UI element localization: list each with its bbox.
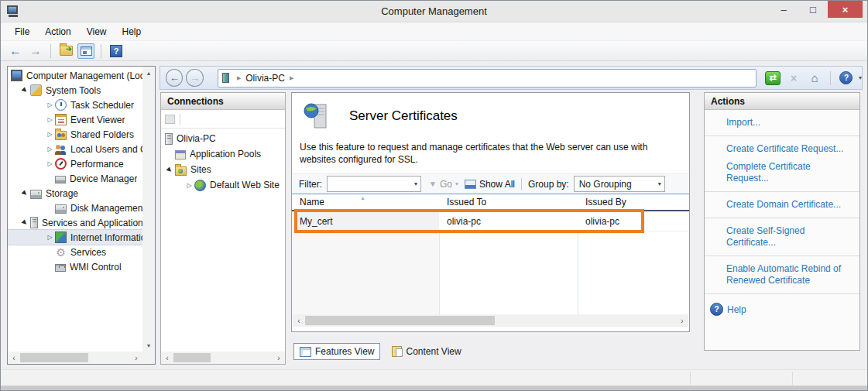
collapsed-expander-icon[interactable]: ▷ xyxy=(45,101,55,108)
action-create-certificate-request[interactable]: Create Certificate Request... xyxy=(705,140,859,158)
scrollbar-thumb[interactable] xyxy=(20,353,88,362)
tree-vertical-scrollbar[interactable]: ▲ ▼ xyxy=(142,67,155,352)
refresh-button[interactable]: ⇄ xyxy=(764,70,781,86)
scroll-up-icon[interactable]: ▲ xyxy=(142,67,155,79)
collapsed-expander-icon[interactable]: ▷ xyxy=(45,146,55,153)
back-button[interactable]: ← xyxy=(7,43,24,59)
action-help[interactable]: Help xyxy=(727,304,746,315)
breadcrumb-separator-icon: ▶ xyxy=(290,75,293,81)
server-icon xyxy=(165,133,173,145)
tab-content-view[interactable]: Content View xyxy=(386,344,466,359)
scroll-right-icon[interactable]: › xyxy=(130,352,142,364)
column-header-issued-to[interactable]: Issued To xyxy=(439,194,578,210)
column-header-name[interactable]: Name xyxy=(292,194,439,210)
task-scheduler-icon xyxy=(55,99,67,111)
expanded-expander-icon[interactable]: ▶ xyxy=(20,190,30,197)
scroll-left-icon[interactable]: ‹ xyxy=(293,314,305,327)
tree-item-default-web-site[interactable]: ▷ Default Web Site xyxy=(161,177,285,193)
tree-item-storage[interactable]: ▶ Storage xyxy=(8,186,142,201)
home-button[interactable]: ⌂ xyxy=(806,70,823,86)
web-site-globe-icon xyxy=(194,180,206,191)
tree-item-olivia-pc[interactable]: Olivia-PC xyxy=(161,131,285,146)
iis-back-button[interactable]: ← xyxy=(166,69,183,87)
chevron-down-icon[interactable]: ▾ xyxy=(658,180,661,187)
collapsed-expander-icon[interactable]: ▷ xyxy=(45,131,55,138)
show-all-button[interactable]: Show All xyxy=(479,179,515,190)
go-dropdown-icon[interactable]: ▾ xyxy=(455,180,458,187)
save-connection-icon[interactable] xyxy=(165,115,175,124)
action-create-domain-certificate[interactable]: Create Domain Certificate... xyxy=(705,196,859,214)
action-import[interactable]: Import... xyxy=(705,114,859,132)
minimize-button[interactable]: – xyxy=(769,1,798,18)
tree-item-performance[interactable]: ▷ Performance xyxy=(8,156,142,171)
tree-item-task-scheduler[interactable]: ▷ Task Scheduler xyxy=(8,98,142,112)
tree-item-system-tools[interactable]: ▶ System Tools xyxy=(8,83,142,98)
close-button[interactable]: × xyxy=(828,1,863,18)
tree-item-event-viewer[interactable]: ▷ Event Viewer xyxy=(8,112,142,127)
column-gridline xyxy=(439,232,440,321)
scrollbar-thumb[interactable] xyxy=(173,353,211,362)
scroll-left-icon[interactable]: ‹ xyxy=(8,352,20,364)
console-tree-panel: Computer Management (Local ▶ System Tool… xyxy=(7,66,156,365)
expanded-expander-icon[interactable]: ▶ xyxy=(20,87,30,94)
tree-item-sites[interactable]: ▶ Sites xyxy=(161,162,285,177)
collapsed-expander-icon[interactable]: ▷ xyxy=(45,234,55,241)
tree-item-application-pools[interactable]: Application Pools xyxy=(161,146,285,162)
help-dropdown-icon[interactable]: ▾ xyxy=(859,74,862,81)
menu-view[interactable]: View xyxy=(79,24,115,39)
filter-combobox[interactable]: ▾ xyxy=(327,176,421,192)
tree-item-local-users-and-groups[interactable]: ▷ Local Users and Groups xyxy=(8,142,142,156)
tree-item-device-manager[interactable]: Device Manager xyxy=(8,171,142,186)
collapsed-expander-icon[interactable]: ▷ xyxy=(45,116,55,123)
breadcrumb[interactable]: Olivia-PC xyxy=(245,73,285,84)
maximize-button[interactable]: □ xyxy=(798,1,828,18)
scroll-right-icon[interactable]: › xyxy=(273,352,285,364)
title-bar[interactable]: Computer Management – □ × xyxy=(1,1,867,22)
tree-item-shared-folders[interactable]: ▷ Shared Folders xyxy=(8,127,142,142)
action-complete-certificate-request[interactable]: Complete Certificate Request... xyxy=(705,158,859,187)
iis-help-button[interactable]: ? xyxy=(838,70,855,86)
table-row[interactable]: My_cert olivia-pc olivia-pc xyxy=(292,211,689,232)
scroll-right-icon[interactable]: › xyxy=(676,314,688,327)
menu-action[interactable]: Action xyxy=(37,24,78,39)
scroll-left-icon[interactable]: ‹ xyxy=(161,352,173,364)
action-enable-automatic-rebind[interactable]: Enable Automatic Rebind of Renewed Certi… xyxy=(705,260,848,290)
collapsed-expander-icon[interactable]: ▷ xyxy=(184,182,194,189)
menu-help[interactable]: Help xyxy=(115,24,149,39)
stop-button[interactable]: × xyxy=(785,70,802,86)
address-breadcrumb-input[interactable]: ▶ Olivia-PC ▶ xyxy=(218,69,756,87)
scroll-down-icon[interactable]: ▼ xyxy=(142,339,155,352)
tab-features-view[interactable]: Features View xyxy=(293,343,380,360)
tree-item-services[interactable]: ⚙ Services xyxy=(8,245,142,259)
sort-ascending-icon: ▲ xyxy=(360,195,365,201)
filter-toolbar: Filter: ▾ ▼ Go ▾ Show All Group by: No G… xyxy=(292,173,689,194)
actions-header: Actions xyxy=(705,93,859,110)
help-button[interactable]: ? xyxy=(108,43,125,59)
application-pools-icon xyxy=(175,150,186,159)
tree-item-computer-management[interactable]: Computer Management (Local xyxy=(8,68,142,83)
tree-item-services-and-applications[interactable]: ▶ Services and Applications xyxy=(8,215,142,230)
column-header-issued-by[interactable]: Issued By xyxy=(578,194,689,210)
export-list-button[interactable] xyxy=(57,43,74,59)
iis-forward-button[interactable]: → xyxy=(186,69,203,87)
scrollbar-thumb[interactable] xyxy=(305,316,495,325)
connections-horizontal-scrollbar[interactable]: ‹ › xyxy=(161,352,285,364)
help-icon: ? xyxy=(710,303,723,316)
expanded-expander-icon[interactable]: ▶ xyxy=(165,166,175,173)
action-create-self-signed-certificate[interactable]: Create Self-Signed Certificate... xyxy=(705,222,859,252)
menu-file[interactable]: File xyxy=(7,24,37,39)
tree-item-label: Task Scheduler xyxy=(70,100,134,111)
chevron-down-icon[interactable]: ▾ xyxy=(414,180,417,187)
table-horizontal-scrollbar[interactable]: ‹ › xyxy=(293,314,688,327)
tree-horizontal-scrollbar[interactable]: ‹ › xyxy=(8,352,142,364)
tree-item-label: System Tools xyxy=(46,85,101,96)
show-hide-console-tree-button[interactable] xyxy=(77,43,94,59)
group-by-combobox[interactable]: No Grouping ▾ xyxy=(574,176,665,192)
collapsed-expander-icon[interactable]: ▷ xyxy=(45,160,55,167)
tree-item-disk-management[interactable]: Disk Management xyxy=(8,201,142,215)
go-button[interactable]: Go xyxy=(440,179,452,190)
tree-item-wmi-control[interactable]: WMI Control xyxy=(8,259,142,274)
expanded-expander-icon[interactable]: ▶ xyxy=(20,219,30,226)
tree-item-internet-information-services[interactable]: ▷ Internet Information Ser xyxy=(8,230,142,245)
forward-button[interactable]: → xyxy=(27,43,44,59)
